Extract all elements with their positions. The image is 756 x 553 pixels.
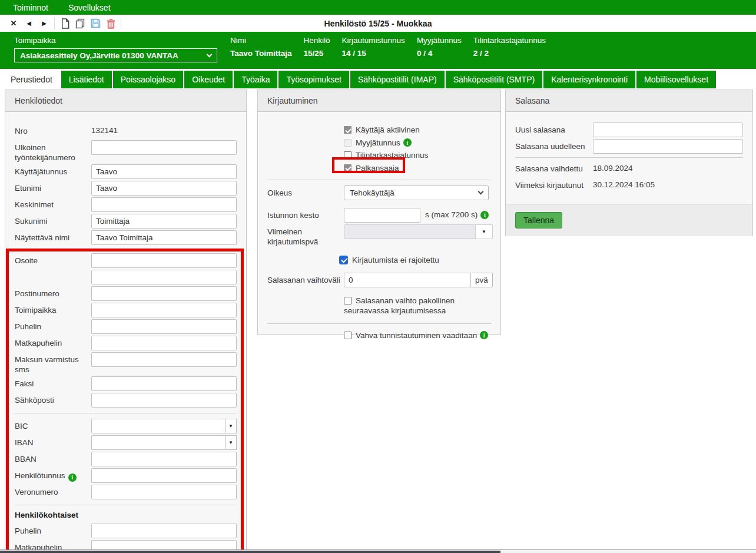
- keskinimet-input[interactable]: [91, 197, 237, 212]
- checkbox-kirjautumista-ei-rajoitettu[interactable]: Kirjautumista ei rajoitettu: [339, 254, 491, 267]
- info-icon[interactable]: i: [480, 211, 489, 219]
- bic-dropdown-icon[interactable]: ▼: [226, 419, 237, 433]
- stat-label: Myyjätunnus: [417, 36, 462, 45]
- kayttajatunnus-input[interactable]: [91, 164, 237, 179]
- puhelin-input[interactable]: [91, 319, 237, 334]
- tab-sahkopostitilit-smtp[interactable]: Sähköpostitilit (SMTP): [446, 71, 542, 88]
- field-label: Viimeinen kirjautumispvä: [267, 224, 344, 247]
- toimipaikka-value: Asiakasesittely Oy,Järvitie 01300 VANTAA: [20, 51, 178, 60]
- bban-input[interactable]: [91, 452, 237, 466]
- toimipaikka-select[interactable]: Asiakasesittely Oy,Järvitie 01300 VANTAA: [14, 48, 217, 62]
- chevron-down-icon: [478, 189, 484, 195]
- tab-content: Henkilötiedot Nro 132141 Ulkoinen työnte…: [0, 88, 756, 549]
- stat-label: Nimi: [230, 36, 292, 45]
- suffix-text: s (max 7200 s): [425, 210, 478, 219]
- field-label: Puhelin: [15, 319, 91, 332]
- field-label: [15, 270, 91, 272]
- etunimi-input[interactable]: [91, 181, 237, 196]
- info-icon[interactable]: i: [68, 473, 77, 482]
- field-label: Sukunimi: [15, 214, 91, 226]
- osoite-input-2[interactable]: [91, 270, 237, 284]
- new-document-icon[interactable]: [57, 17, 72, 30]
- toimipaikka-input[interactable]: [91, 303, 237, 317]
- save-icon[interactable]: [88, 17, 103, 30]
- checkbox-palkansaaja[interactable]: Palkansaaja: [344, 162, 491, 175]
- tab-sahkopostitilit-imap[interactable]: Sähköpostitilit (IMAP): [350, 71, 445, 88]
- matkapuhelin-input[interactable]: [91, 336, 237, 350]
- tallenna-button[interactable]: Tallenna: [515, 212, 562, 229]
- faksi-input[interactable]: [91, 376, 237, 391]
- field-label: Henkilötunnusi: [15, 468, 91, 482]
- dropdown-icon[interactable]: ▼: [475, 225, 492, 239]
- tab-lisatiedot[interactable]: Lisätiedot: [61, 71, 112, 88]
- field-postinumero: Postinumero: [15, 286, 237, 301]
- tab-poissaolojakso[interactable]: Poissaolojakso: [113, 71, 183, 88]
- field-viimeinen-kirjautumispva: Viimeinen kirjautumispvä ▼: [267, 224, 491, 247]
- sukunimi-input[interactable]: [91, 214, 237, 229]
- checkbox-label: Vahva tunnistautuminen vaaditaan: [356, 331, 477, 340]
- uusi-salasana-input[interactable]: [593, 122, 743, 137]
- field-etunimi: Etunimi: [15, 181, 237, 196]
- naytettava-nimi-input[interactable]: [91, 230, 237, 245]
- close-icon[interactable]: ✕: [6, 17, 21, 30]
- istunnon-kesto-input[interactable]: [344, 208, 420, 223]
- henkilotunnus-input[interactable]: [91, 468, 237, 483]
- info-icon[interactable]: i: [480, 331, 488, 339]
- checkbox-salasanan-vaihto-pakollinen[interactable]: Salasanan vaihto pakollinen seuraavassa …: [344, 296, 491, 316]
- panel-salasana: Salasana Uusi salasana Salasana uudellee…: [505, 90, 753, 236]
- checkbox-kayttaja-aktiivinen[interactable]: Käyttäjä aktiivinen: [344, 124, 491, 137]
- horizontal-scrollbar[interactable]: [0, 549, 756, 553]
- nro-value: 132141: [91, 124, 118, 135]
- oikeus-select[interactable]: Tehokäyttäjä: [344, 186, 489, 200]
- field-label: Oikeus: [267, 186, 344, 198]
- stat-label: Kirjautumistunnus: [342, 36, 405, 45]
- section-divider: [15, 505, 237, 505]
- viimeinen-kirjautumispva-select: ▼: [344, 224, 493, 239]
- tab-perustiedot[interactable]: Perustiedot: [3, 71, 60, 88]
- bic-input[interactable]: [91, 419, 226, 433]
- checkbox-tilintarkastajatunnus[interactable]: Tilintarkastajatunnus: [344, 149, 491, 162]
- maksun-varmistus-sms-input[interactable]: [91, 352, 237, 367]
- tab-mobiilisovellukset[interactable]: Mobiilisovellukset: [636, 71, 716, 88]
- field-label: Viimeksi kirjautunut: [515, 180, 593, 190]
- field-matkapuhelin: Matkapuhelin: [15, 336, 237, 350]
- tab-tyosopimukset[interactable]: Työsopimukset: [278, 71, 349, 88]
- field-osoite: Osoite: [15, 253, 237, 268]
- viimeinen-kirjautumispva-value: [344, 225, 475, 239]
- stat-value: 15/25: [304, 49, 330, 58]
- field-label: Osoite: [15, 253, 91, 266]
- checkbox-unchecked-icon: [344, 297, 352, 304]
- menu-toiminnot[interactable]: Toiminnot: [13, 3, 48, 12]
- henkilokohtainen-matkapuhelin-input[interactable]: [91, 540, 237, 549]
- oikeus-value: Tehokäyttäjä: [350, 188, 394, 197]
- stat-kirjautumistunnus: Kirjautumistunnus 14 / 15: [342, 36, 405, 69]
- henkilokohtainen-puhelin-input[interactable]: [91, 524, 237, 538]
- field-label: Nro: [15, 124, 91, 136]
- tab-kalenterisynkronointi[interactable]: Kalenterisynkronointi: [543, 71, 635, 88]
- menu-sovellukset[interactable]: Sovellukset: [68, 3, 111, 12]
- tab-oikeudet[interactable]: Oikeudet: [184, 71, 233, 88]
- sahkoposti-input[interactable]: [91, 393, 237, 408]
- ulkoinen-tyontekijanumero-input[interactable]: [91, 140, 237, 155]
- field-keskinimet: Keskinimet: [15, 197, 237, 212]
- delete-icon[interactable]: [103, 17, 118, 30]
- salasana-uudelleen-input[interactable]: [593, 139, 743, 154]
- checkbox-label: Myyjätunnus: [356, 138, 400, 147]
- checkbox-vahva-tunnistautuminen[interactable]: Vahva tunnistautuminen vaaditaan i: [344, 329, 491, 342]
- iban-input[interactable]: [91, 435, 226, 450]
- checkbox-myyjatunnus[interactable]: Myyjätunnus i: [344, 137, 491, 150]
- copy-icon[interactable]: [72, 17, 88, 30]
- field-label: Istunnon kesto: [267, 208, 344, 220]
- info-icon[interactable]: i: [403, 138, 412, 147]
- scrollbar-thumb[interactable]: [0, 551, 500, 553]
- tab-tyoaika[interactable]: Työaika: [234, 71, 277, 88]
- next-record-icon[interactable]: ▶: [37, 17, 52, 30]
- osoite-input-1[interactable]: [91, 253, 237, 268]
- postinumero-input[interactable]: [91, 286, 237, 301]
- salasanan-vaihtovali-input[interactable]: [344, 273, 471, 287]
- iban-dropdown-icon[interactable]: ▼: [226, 435, 237, 450]
- checkbox-label: Palkansaaja: [356, 164, 399, 173]
- checkbox-unchecked-icon: [344, 332, 352, 339]
- veronumero-input[interactable]: [91, 485, 237, 499]
- previous-record-icon[interactable]: ◀: [21, 17, 37, 30]
